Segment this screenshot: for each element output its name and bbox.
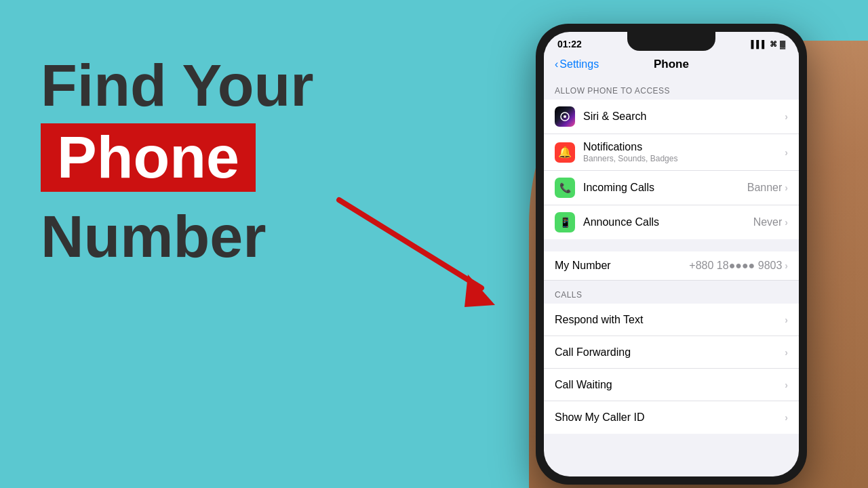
announce-chevron: › — [785, 217, 788, 228]
notifications-item[interactable]: 🔔 Notifications Banners, Sounds, Badges … — [544, 134, 799, 171]
siri-icon — [555, 106, 575, 127]
arrow-pointer — [332, 193, 522, 331]
status-time: 01:22 — [557, 39, 582, 49]
calls-icon: 📞 — [555, 178, 575, 198]
phone-frame: 01:22 ▌▌▌ ⌘ ▓ ‹ Settings Phone ALLOW PHO… — [536, 24, 807, 485]
caller-id-chevron: › — [785, 412, 788, 423]
incoming-label: Incoming Calls — [583, 182, 747, 194]
siri-search-item[interactable]: Siri & Search › — [544, 100, 799, 134]
notif-label: Notifications — [583, 141, 785, 153]
my-number-value: +880 18●●●● 9803 — [689, 260, 782, 272]
incoming-chevron: › — [785, 182, 788, 193]
announce-label: Announce Calls — [583, 216, 753, 228]
incoming-text: Incoming Calls — [583, 182, 747, 194]
svg-marker-1 — [465, 274, 495, 307]
phone-notch — [627, 32, 715, 51]
caller-id-item[interactable]: Show My Caller ID › — [544, 401, 799, 434]
call-waiting-item[interactable]: Call Waiting › — [544, 369, 799, 401]
announce-value: Never — [753, 216, 783, 228]
back-label: Settings — [559, 58, 599, 70]
calls-settings-list: Respond with Text › Call Forwarding › Ca… — [544, 304, 799, 434]
page-title: Phone — [654, 58, 689, 71]
call-forwarding-label: Call Forwarding — [555, 346, 785, 359]
phone-screen: 01:22 ▌▌▌ ⌘ ▓ ‹ Settings Phone ALLOW PHO… — [544, 32, 799, 476]
phone-highlight: Phone — [41, 123, 256, 191]
incoming-value: Banner — [747, 182, 783, 194]
headline-line2: Phone — [57, 123, 239, 190]
nav-bar: ‹ Settings Phone — [544, 52, 799, 77]
call-waiting-label: Call Waiting — [555, 379, 785, 391]
section-header-access: ALLOW PHONE TO ACCESS — [544, 77, 799, 100]
siri-chevron: › — [785, 111, 788, 122]
notif-icon: 🔔 — [555, 142, 575, 163]
signal-icon: ▌▌▌ — [751, 40, 767, 48]
siri-text: Siri & Search — [583, 110, 785, 123]
battery-icon: ▓ — [780, 40, 785, 48]
headline-line1: Find Your — [41, 54, 434, 117]
svg-point-3 — [564, 115, 566, 118]
my-number-chevron: › — [785, 260, 788, 271]
back-chevron: ‹ — [555, 58, 558, 70]
announce-text: Announce Calls — [583, 216, 753, 228]
caller-id-block: Show My Caller ID — [555, 411, 785, 424]
siri-label: Siri & Search — [583, 110, 785, 123]
bell-icon: 🔔 — [558, 146, 572, 159]
call-waiting-block: Call Waiting — [555, 379, 785, 391]
my-number-label: My Number — [555, 260, 689, 272]
section-header-calls: CALLS — [544, 281, 799, 304]
my-number-item[interactable]: My Number +880 18●●●● 9803 › — [544, 251, 799, 281]
respond-text-block: Respond with Text — [555, 314, 785, 326]
respond-text-chevron: › — [785, 314, 788, 325]
call-forwarding-block: Call Forwarding — [555, 346, 785, 359]
announce-calls-item[interactable]: 📱 Announce Calls Never › — [544, 205, 799, 239]
back-button[interactable]: ‹ Settings — [555, 58, 599, 70]
access-settings-list: Siri & Search › 🔔 Notifications Banners,… — [544, 100, 799, 239]
respond-text-item[interactable]: Respond with Text › — [544, 304, 799, 336]
notif-chevron: › — [785, 147, 788, 158]
call-waiting-chevron: › — [785, 380, 788, 390]
notif-text: Notifications Banners, Sounds, Badges — [583, 141, 785, 163]
wifi-icon: ⌘ — [770, 40, 777, 49]
phone-icon: 📞 — [559, 182, 571, 193]
call-forwarding-chevron: › — [785, 347, 788, 358]
respond-text-label: Respond with Text — [555, 314, 785, 326]
call-forwarding-item[interactable]: Call Forwarding › — [544, 336, 799, 369]
notif-sublabel: Banners, Sounds, Badges — [583, 154, 785, 163]
incoming-calls-item[interactable]: 📞 Incoming Calls Banner › — [544, 171, 799, 205]
status-icons: ▌▌▌ ⌘ ▓ — [751, 40, 785, 49]
announce-phone-icon: 📱 — [559, 217, 571, 228]
caller-id-label: Show My Caller ID — [555, 411, 785, 424]
svg-line-0 — [339, 200, 481, 288]
announce-icon: 📱 — [555, 212, 575, 232]
